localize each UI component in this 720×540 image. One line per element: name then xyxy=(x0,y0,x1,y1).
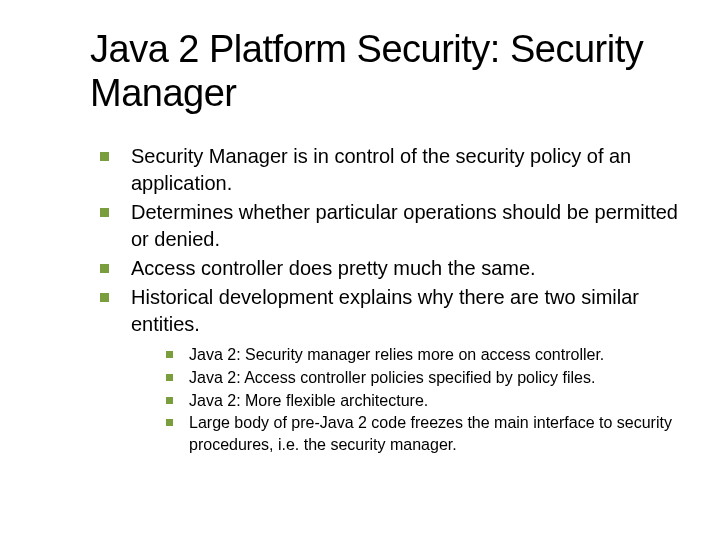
list-item: Java 2: More flexible architecture. xyxy=(166,390,680,412)
list-item: Java 2: Security manager relies more on … xyxy=(166,344,680,366)
list-item: Large body of pre-Java 2 code freezes th… xyxy=(166,412,680,455)
square-bullet-icon xyxy=(100,208,109,217)
list-item: Historical development explains why ther… xyxy=(100,284,680,338)
list-item-text: Determines whether particular operations… xyxy=(131,199,680,253)
list-item: Java 2: Access controller policies speci… xyxy=(166,367,680,389)
list-item: Access controller does pretty much the s… xyxy=(100,255,680,282)
list-item-text: Large body of pre-Java 2 code freezes th… xyxy=(189,412,680,455)
list-item-text: Java 2: Security manager relies more on … xyxy=(189,344,680,366)
slide-title: Java 2 Platform Security: Security Manag… xyxy=(90,28,680,115)
list-item: Security Manager is in control of the se… xyxy=(100,143,680,197)
square-bullet-icon xyxy=(166,419,173,426)
list-item-text: Java 2: Access controller policies speci… xyxy=(189,367,680,389)
list-item-text: Java 2: More flexible architecture. xyxy=(189,390,680,412)
sub-bullet-list: Java 2: Security manager relies more on … xyxy=(166,344,680,455)
list-item-text: Access controller does pretty much the s… xyxy=(131,255,680,282)
list-item-text: Historical development explains why ther… xyxy=(131,284,680,338)
square-bullet-icon xyxy=(100,293,109,302)
square-bullet-icon xyxy=(166,351,173,358)
square-bullet-icon xyxy=(100,152,109,161)
square-bullet-icon xyxy=(166,397,173,404)
main-bullet-list: Security Manager is in control of the se… xyxy=(100,143,680,338)
list-item-text: Security Manager is in control of the se… xyxy=(131,143,680,197)
square-bullet-icon xyxy=(100,264,109,273)
list-item: Determines whether particular operations… xyxy=(100,199,680,253)
square-bullet-icon xyxy=(166,374,173,381)
